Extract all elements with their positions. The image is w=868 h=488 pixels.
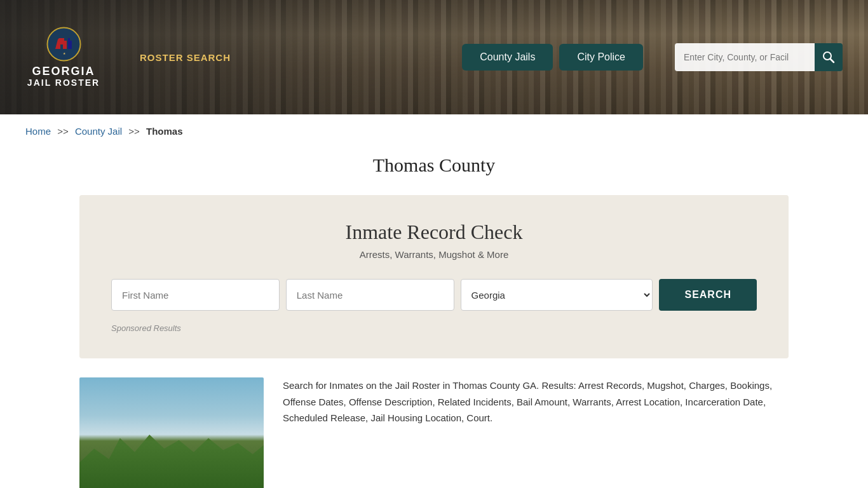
logo-text-georgia: GEORGIA [32,65,95,78]
site-header: ★ GEORGIA JAIL ROSTER ROSTER SEARCH Coun… [0,0,868,114]
breadcrumb: Home >> County Jail >> Thomas [0,114,868,148]
site-logo[interactable]: ★ GEORGIA JAIL ROSTER [25,27,102,88]
header-search [675,43,843,71]
georgia-seal-icon: ★ [46,27,81,62]
svg-line-3 [831,59,834,62]
inmate-search-form: Georgia Alabama Florida SEARCH [111,279,757,311]
search-icon [822,51,835,64]
inmate-record-section: Inmate Record Check Arrests, Warrants, M… [79,195,789,358]
logo-text-jail: JAIL ROSTER [27,78,100,88]
sponsored-results-label: Sponsored Results [111,323,757,333]
county-image-inner [79,377,264,488]
header-search-button[interactable] [815,43,843,71]
roster-search-link[interactable]: ROSTER SEARCH [140,52,231,63]
county-image [79,377,264,488]
breadcrumb-sep1: >> [57,126,69,137]
state-select[interactable]: Georgia Alabama Florida [461,279,653,311]
breadcrumb-current: Thomas [146,126,183,137]
first-name-input[interactable] [111,279,280,311]
bottom-section: Search for Inmates on the Jail Roster in… [0,358,868,488]
inmate-search-button[interactable]: SEARCH [659,279,757,311]
county-jails-button[interactable]: County Jails [462,44,553,71]
breadcrumb-home[interactable]: Home [25,126,51,137]
breadcrumb-sep2: >> [128,126,140,137]
nav-buttons: County Jails City Police [462,44,643,71]
last-name-input[interactable] [286,279,454,311]
breadcrumb-county-jail[interactable]: County Jail [75,126,122,137]
page-title: Thomas County [0,154,868,176]
inmate-section-title: Inmate Record Check [111,220,757,244]
city-police-button[interactable]: City Police [559,44,643,71]
header-search-input[interactable] [675,43,815,71]
inmate-section-subtitle: Arrests, Warrants, Mugshot & More [111,249,757,260]
county-description: Search for Inmates on the Jail Roster in… [283,377,789,426]
